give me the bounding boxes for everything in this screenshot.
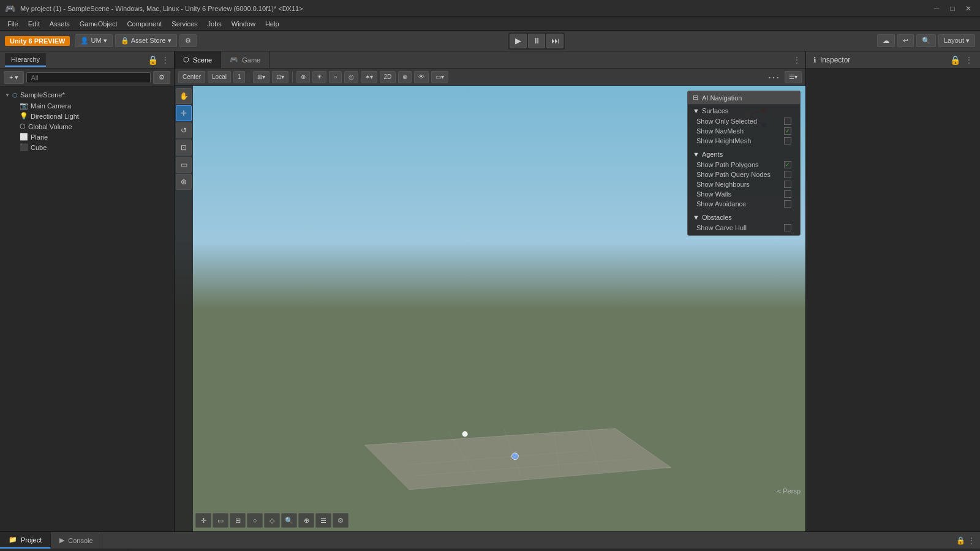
- add-object-button[interactable]: + ▾: [4, 71, 24, 84]
- scene-tab[interactable]: ⬡ Scene: [175, 51, 221, 68]
- move-tool-button[interactable]: ✛: [176, 105, 192, 121]
- project-tab[interactable]: 📁 Project: [0, 532, 51, 549]
- minimize-button[interactable]: ─: [930, 2, 943, 15]
- show-path-polygons-checkbox[interactable]: ✓: [784, 161, 791, 168]
- menu-help[interactable]: Help: [260, 19, 284, 29]
- separator2: [292, 72, 293, 83]
- transform-tool-button[interactable]: ⊕: [176, 174, 192, 190]
- step-button[interactable]: ⏭: [546, 34, 564, 48]
- menu-gameobject[interactable]: GameObject: [75, 19, 123, 29]
- account-button[interactable]: 👤 UM ▾: [75, 34, 112, 47]
- effect-button[interactable]: ◎: [344, 71, 358, 83]
- obstacles-label: Obstacles: [702, 214, 732, 221]
- pause-button[interactable]: ⏸: [528, 34, 545, 48]
- agents-header[interactable]: ▼ Agents: [693, 151, 795, 158]
- close-button[interactable]: ✕: [962, 2, 975, 15]
- show-heightmesh-label: Show HeightMesh: [696, 137, 751, 144]
- settings-button[interactable]: ⚙: [179, 34, 197, 47]
- rect-select-btn[interactable]: ▭: [213, 513, 228, 528]
- show-navmesh-checkbox[interactable]: ✓: [784, 127, 791, 135]
- unity-logo[interactable]: Unity 6 PREVIEW: [5, 36, 70, 46]
- pan-btn[interactable]: ⊕: [298, 513, 314, 528]
- local-global-button[interactable]: Local: [208, 71, 231, 83]
- hierarchy-item-cube[interactable]: ⬛ Cube: [0, 142, 174, 152]
- scene-view[interactable]: X Y Z <: [175, 86, 805, 531]
- obstacles-header[interactable]: ▼ Obstacles: [693, 214, 795, 221]
- hierarchy-item-directional-light[interactable]: 💡 Directional Light: [0, 111, 174, 121]
- search-scene-btn[interactable]: 🔍: [281, 513, 297, 528]
- menu-edit[interactable]: Edit: [23, 19, 45, 29]
- render-mode-btn[interactable]: ▭▾: [431, 71, 448, 83]
- light-button[interactable]: ☀: [312, 71, 326, 83]
- overlay-btn[interactable]: ☰▾: [785, 71, 802, 83]
- console-tab[interactable]: ▶ Console: [51, 532, 102, 549]
- show-heightmesh-checkbox[interactable]: [784, 137, 791, 144]
- show-neighbours-label: Show Neighbours: [696, 181, 750, 188]
- project-tab-icon: 📁: [9, 536, 17, 544]
- app-icon: 🎮: [5, 4, 15, 13]
- menu-services[interactable]: Services: [167, 19, 202, 29]
- surfaces-header[interactable]: ▼ Surfaces: [693, 107, 795, 114]
- search-button[interactable]: 🔍: [916, 34, 936, 47]
- history-button[interactable]: ↩: [897, 34, 914, 47]
- hierarchy-menu-icon[interactable]: ⋮: [162, 56, 169, 64]
- menu-file[interactable]: File: [2, 19, 23, 29]
- rotate-tool-button[interactable]: ↺: [176, 122, 192, 138]
- overlay-num[interactable]: 2D: [380, 71, 396, 83]
- scene-root-item[interactable]: ▼ ⬡ SampleScene*: [0, 89, 174, 100]
- scene-tab-label: Scene: [193, 56, 212, 64]
- title-bar: 🎮 My project (1) - SampleScene - Windows…: [0, 0, 980, 17]
- settings-scene-btn[interactable]: ⚙: [333, 513, 349, 528]
- menu-window[interactable]: Window: [227, 19, 260, 29]
- scale-tool-button[interactable]: ⊡: [176, 140, 192, 156]
- layout-button[interactable]: Layout ▾: [938, 34, 975, 47]
- hand-tool-button[interactable]: ✋: [176, 88, 192, 104]
- hierarchy-tab[interactable]: Hierarchy: [5, 53, 46, 67]
- scene-tab-icon: ⬡: [183, 56, 189, 64]
- audio-button[interactable]: ○: [329, 71, 341, 83]
- hierarchy-item-global-volume[interactable]: ⬡ Global Volume: [0, 121, 174, 132]
- snap-select-btn[interactable]: ✛: [195, 513, 211, 528]
- hierarchy-item-plane[interactable]: ⬜ Plane: [0, 132, 174, 142]
- show-only-selected-checkbox[interactable]: [784, 118, 791, 125]
- asset-store-button[interactable]: 🔒 Asset Store ▾: [115, 34, 177, 47]
- hierarchy-lock-icon[interactable]: 🔒: [148, 55, 158, 65]
- menu-assets[interactable]: Assets: [45, 19, 75, 29]
- ai-nav-agents-section: ▼ Agents Show Path Polygons ✓ Show Path …: [688, 148, 800, 211]
- menu-jobs[interactable]: Jobs: [203, 19, 227, 29]
- account-label: UM ▾: [91, 37, 107, 45]
- hierarchy-item-main-camera[interactable]: 📷 Main Camera: [0, 100, 174, 111]
- snap-button[interactable]: 1: [233, 71, 246, 83]
- gizmo-button[interactable]: ⊕: [296, 71, 310, 83]
- show-carve-hull-checkbox[interactable]: [784, 224, 791, 231]
- show-avoidance-checkbox[interactable]: [784, 200, 791, 208]
- maximize-button[interactable]: □: [946, 2, 959, 15]
- inspector-menu-button[interactable]: ⋮: [965, 56, 973, 64]
- inspector-lock-button[interactable]: 🔒: [950, 55, 960, 65]
- show-path-query-nodes-checkbox[interactable]: [784, 171, 791, 178]
- show-neighbours-checkbox[interactable]: [784, 181, 791, 188]
- scene-menu-icon[interactable]: ⋮: [788, 51, 805, 68]
- scene-effect-btn[interactable]: ✶▾: [361, 71, 377, 83]
- hierarchy-search[interactable]: [26, 72, 151, 83]
- bottom-menu-icon[interactable]: ⋮: [968, 536, 975, 545]
- game-tab[interactable]: 🎮 Game: [221, 51, 270, 68]
- grid-toggle-btn[interactable]: ⊞: [230, 513, 246, 528]
- circle-btn[interactable]: ○: [247, 513, 263, 528]
- diamond-btn[interactable]: ◇: [264, 513, 280, 528]
- show-walls-checkbox[interactable]: [784, 190, 791, 198]
- hierarchy-filter-button[interactable]: ⚙: [153, 71, 170, 84]
- show-walls-label: Show Walls: [696, 190, 731, 198]
- scene-dots-icon[interactable]: ⋯: [767, 70, 780, 84]
- center-pivot-button[interactable]: Center: [178, 71, 205, 83]
- snap2-button[interactable]: ⊡▾: [272, 71, 288, 83]
- play-button[interactable]: ▶: [510, 34, 527, 48]
- rect-tool-button[interactable]: ▭: [176, 157, 192, 173]
- tool-icon[interactable]: ⊗: [398, 71, 412, 83]
- menu-component[interactable]: Component: [122, 19, 167, 29]
- grid-button[interactable]: ⊞▾: [253, 71, 270, 83]
- visibility-btn[interactable]: 👁: [414, 71, 429, 83]
- bottom-lock-icon[interactable]: 🔒: [956, 536, 965, 545]
- layout-btn[interactable]: ☰: [315, 513, 331, 528]
- cloud-button[interactable]: ☁: [877, 34, 895, 47]
